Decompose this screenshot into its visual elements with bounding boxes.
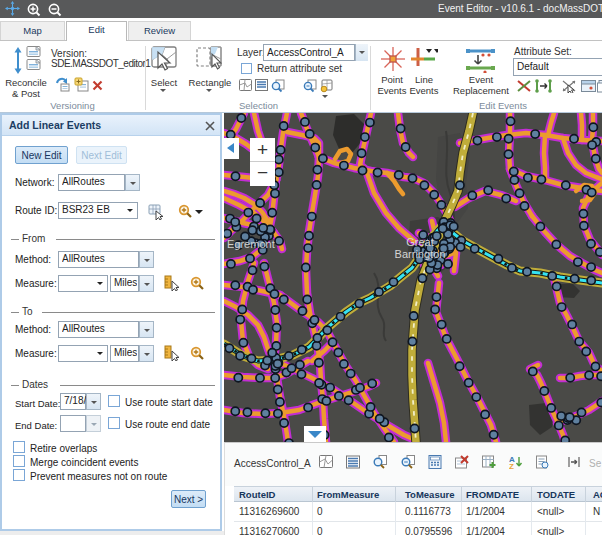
svg-text:Barrington: Barrington — [395, 248, 446, 260]
svg-text:Z: Z — [509, 462, 514, 470]
svg-text:Egremont: Egremont — [227, 238, 275, 250]
svg-text:Great: Great — [406, 236, 434, 248]
